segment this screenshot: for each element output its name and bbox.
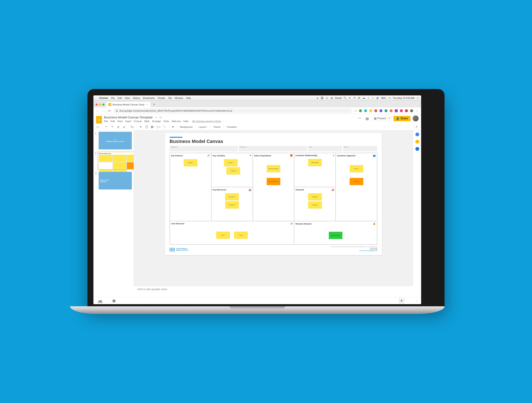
window-min-icon[interactable] (99, 104, 101, 106)
sticky-note[interactable]: Activity 1 (224, 159, 237, 166)
headphones-icon[interactable]: 🎧 (321, 97, 323, 99)
move-folder-icon[interactable]: 🗀 (159, 116, 162, 119)
sticky-note[interactable]: Client 1 (350, 165, 363, 172)
box-revenue-streams[interactable]: Revenue Streams💰 Revenue Type 1 (294, 221, 377, 245)
slide-title[interactable]: Business Model Canvas (170, 139, 377, 144)
slide-thumb-3[interactable]: GOOD LUCK! (99, 172, 132, 189)
reload-button[interactable]: ⟳ (108, 109, 111, 113)
bluetooth-icon[interactable]: ᚼ (367, 97, 370, 99)
ext-icon[interactable] (400, 109, 403, 112)
menu-tools[interactable]: Tools (164, 120, 169, 123)
sticky-note[interactable]: Activity 2 (226, 167, 240, 175)
doc-title[interactable]: Business-Model-Canvas-Template (104, 116, 152, 119)
account-avatar[interactable] (413, 116, 418, 121)
sticky-note[interactable]: Channel 1 (308, 193, 322, 201)
ext-icon[interactable] (369, 109, 372, 112)
meta-designed-for[interactable]: Designed for (170, 146, 238, 151)
select-tool[interactable]: ➤ (138, 125, 143, 129)
textbox-tool[interactable]: 🅃 (144, 125, 149, 129)
new-slide-button[interactable]: +▾ (95, 125, 100, 129)
sticky-note[interactable]: Revenue Type 1 (329, 232, 342, 239)
menu-help[interactable]: Help (183, 120, 188, 123)
menu-insert[interactable]: Insert (125, 120, 131, 123)
collapse-toolbar-icon[interactable]: ᐱ (414, 125, 419, 129)
line-tool[interactable]: ╲ (162, 125, 167, 129)
sticky-note[interactable]: Partners (184, 159, 197, 166)
activity-icon[interactable]: 〰 (357, 116, 362, 121)
bookmark-star-icon[interactable]: ☆ (354, 109, 357, 113)
comments-icon[interactable]: ▤ (365, 116, 370, 121)
sticky-note[interactable]: Cost 1 (216, 232, 230, 239)
window-close-icon[interactable] (95, 104, 98, 106)
forward-button[interactable]: → (101, 109, 105, 113)
wifi-icon[interactable]: ᯤ (372, 97, 374, 99)
status-user[interactable]: Daniel (335, 97, 342, 99)
layout-button[interactable]: Layout▾ (197, 125, 208, 129)
menu-arrange[interactable]: Arrange (152, 120, 161, 123)
ext-icon[interactable] (380, 109, 382, 112)
ext-icon[interactable] (374, 109, 377, 112)
dropbox-icon[interactable]: ⧈ (348, 97, 351, 99)
mac-menu-edit[interactable]: Edit (118, 97, 122, 99)
ext-icon[interactable] (364, 109, 367, 112)
box-channels[interactable]: Channels🚚 Channel 1 Channel 2 (294, 187, 336, 221)
calendar-icon[interactable] (415, 132, 419, 136)
background-button[interactable]: Background (179, 125, 194, 129)
ext-icon[interactable] (359, 109, 362, 112)
menu-addons[interactable]: Add-ons (172, 120, 181, 123)
slides-logo-icon[interactable]: ▭ (96, 116, 102, 124)
menu-file[interactable]: File (104, 120, 108, 123)
meta-version[interactable]: Version (343, 146, 377, 151)
chrome-menu-icon[interactable]: ⋮ (415, 109, 419, 113)
keep-icon[interactable] (415, 140, 419, 143)
mac-menu-view[interactable]: View (125, 97, 130, 99)
cast-icon[interactable]: ◻ (326, 97, 328, 99)
sticky-note[interactable]: Resource 1 (225, 193, 239, 201)
speaker-notes[interactable]: Click to add speaker notes (134, 286, 413, 297)
print-button[interactable]: 🖨 (116, 125, 120, 129)
mac-menu-window[interactable]: Window (175, 97, 183, 99)
sticky-note[interactable]: Value Proposition (267, 165, 280, 172)
box-key-activities[interactable]: Key Activities✎ Activity 1 Activity 2 (211, 153, 253, 187)
tasks-icon[interactable] (415, 147, 419, 151)
present-dropdown[interactable]: ▾ (388, 116, 391, 121)
ext-icon[interactable] (405, 109, 408, 112)
mail-icon[interactable]: M (358, 97, 360, 99)
undo-button[interactable]: ↶ (104, 125, 108, 129)
brand-url[interactable]: businessmodelanalyst.com (330, 250, 377, 251)
present-button[interactable]: ▦ Present (372, 116, 388, 121)
menu-icon[interactable]: ≡ (417, 97, 419, 99)
sticky-note[interactable]: Value Proposition (267, 178, 280, 185)
ext-icon[interactable] (385, 109, 387, 112)
slide-canvas[interactable]: Business Model Canvas Designed for Desig… (134, 130, 413, 286)
back-button[interactable]: ← (95, 109, 99, 113)
box-key-partners[interactable]: Key Partners🔗 Partners (170, 153, 211, 221)
slide-thumb-2[interactable]: Business Model Canvas (98, 152, 134, 169)
expand-sidepanel-icon[interactable]: › (416, 299, 417, 302)
filmstrip-view-icon[interactable]: ▬ (98, 299, 103, 303)
tab-close-icon[interactable]: × (147, 103, 148, 106)
sticky-note[interactable]: Cost 2 (234, 232, 248, 239)
display-icon[interactable]: 🖥 (330, 97, 333, 99)
mac-menu-history[interactable]: History (133, 97, 140, 99)
theme-button[interactable]: Theme (212, 125, 222, 129)
explore-button[interactable]: ✦ (399, 298, 404, 304)
meta-date[interactable]: Date (308, 146, 342, 151)
image-tool[interactable]: 🖼▾ (150, 125, 155, 129)
mac-menu-tab[interactable]: Tab (168, 97, 172, 99)
box-key-resources[interactable]: Key Resources🏭 Resource 1 Resource 2 (211, 187, 253, 221)
transition-button[interactable]: Transition (225, 125, 238, 129)
mac-menu-file[interactable]: File (111, 97, 115, 99)
new-tab-button[interactable]: + (152, 102, 157, 107)
box-cost-structure[interactable]: Cost Structure🏷 Cost 1 Cost 2 (170, 221, 294, 245)
sticky-note[interactable]: Client 2 (350, 178, 363, 185)
box-customer-segments[interactable]: Customer Segments👥 Client 1 Client 2 (336, 153, 377, 221)
sticky-note[interactable]: Relationship (308, 159, 322, 166)
browser-tab[interactable]: ▭ Business-Model-Canvas-Temp × (106, 102, 150, 107)
paint-format-button[interactable]: 🖌 (122, 125, 127, 129)
ext-icon[interactable] (395, 109, 398, 112)
cloud-icon[interactable]: ☁ (362, 97, 365, 99)
star-icon[interactable]: ☆ (155, 116, 157, 119)
comment-tool[interactable]: ⊕ (171, 125, 175, 129)
sync-icon[interactable]: ↺ (353, 97, 356, 99)
